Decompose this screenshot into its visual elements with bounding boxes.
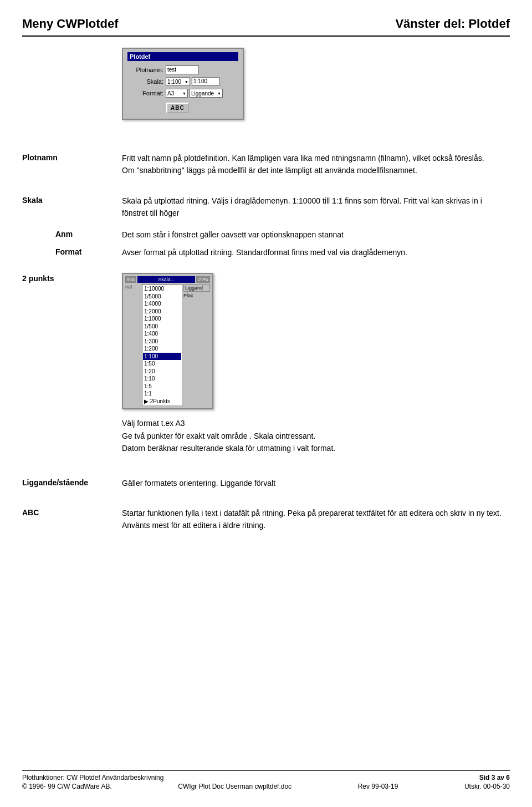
format-row: Format: A3 Liggande	[127, 89, 238, 98]
skala-section: Skala Skala på utplottad ritning. Väljs …	[22, 195, 510, 220]
scale-nat-col: nat	[125, 284, 141, 406]
abc-section: ABC Startar funktionen fylla i text i da…	[22, 507, 510, 532]
format-label: Format	[22, 246, 122, 258]
scale-item-10[interactable]: 1:10	[143, 375, 181, 383]
plotnamn-section-content: Fritt valt namn på plotdefinition. Kan l…	[122, 152, 510, 177]
skala-section-content: Skala på utplottad ritning. Väljs i drag…	[122, 195, 510, 220]
scale-col-header: Skala...	[137, 276, 195, 283]
scale-col-2pu: 2 Pu	[196, 276, 210, 283]
dialog-title: Plotdef	[127, 52, 238, 61]
plotnamn-section-label: Plotnamn	[22, 152, 122, 177]
skala-row: Skala: 1:100 1:100	[127, 77, 238, 86]
anm-content: Det som står i fönstret gäller oavsett v…	[122, 229, 510, 241]
scale-item-400[interactable]: 1:400	[143, 330, 181, 338]
footer-copyright: © 1996- 99 C/W CadWare AB.	[22, 783, 112, 790]
format-select[interactable]: A3	[166, 89, 188, 98]
abc-button[interactable]: ABC	[166, 103, 189, 113]
page: Meny CWPlotdef Vänster del: Plotdef Plot…	[0, 0, 532, 807]
scale-item-500[interactable]: 1/500	[143, 323, 181, 331]
scale-item-5000[interactable]: 1/5000	[143, 293, 181, 301]
two-punkts-label: 2 punkts	[22, 273, 122, 454]
two-punkts-section: 2 punkts ska Skala... 2 Pu nat 1:10000 1…	[22, 273, 510, 454]
scale-liggande: Liggand	[183, 284, 210, 292]
skala-select[interactable]: 1:100	[166, 77, 190, 86]
format-content: Avser format på utplottad ritning. Stand…	[122, 246, 510, 258]
footer-page: Sid 3 av 6	[479, 774, 510, 781]
two-punkts-content: ska Skala... 2 Pu nat 1:10000 1/5000 1:4…	[122, 273, 510, 454]
two-punkts-description: Välj format t.ex A3 Ge två punkter för e…	[122, 417, 510, 454]
scale-item-5[interactable]: 1:5	[143, 383, 181, 390]
abc-section-label: ABC	[22, 507, 122, 532]
plotdef-dialog: Plotdef Plotnamn: test Skala: 1:100 1:10…	[122, 48, 244, 120]
scale-dropdown-dialog: ska Skala... 2 Pu nat 1:10000 1/5000 1:4…	[122, 273, 213, 409]
footer-title: Plotfunktioner: CW Plotdef Användarbeskr…	[22, 774, 163, 781]
format-section: Format Avser format på utplottad ritning…	[22, 246, 510, 258]
skala-dialog-label: Skala:	[127, 78, 163, 85]
scale-plac: Plac	[183, 293, 210, 298]
scale-col-ska: ska	[125, 276, 136, 283]
plotnamn-row: Plotnamn: test	[127, 65, 238, 74]
abc-section-content: Startar funktionen fylla i text i datafä…	[122, 507, 510, 532]
anm-section: Anm Det som står i fönstret gäller oavse…	[22, 229, 510, 241]
scale-list: 1:10000 1/5000 1:4000 1:2000 1:1000 1/50…	[142, 284, 182, 406]
scale-item-10000[interactable]: 1:10000	[143, 285, 181, 293]
footer-rev: Rev 99-03-19	[358, 783, 398, 790]
liggande-section: Liggande/stående Gäller formatets orient…	[22, 477, 510, 489]
footer-doc: CWIgr Plot Doc Userman cwpltdef.doc	[178, 783, 291, 790]
footer: Plotfunktioner: CW Plotdef Användarbeskr…	[0, 770, 532, 790]
scale-item-2000[interactable]: 1:2000	[143, 308, 181, 316]
header-title-left: Meny CWPlotdef	[22, 17, 119, 31]
liggande-content: Gäller formatets orientering. Liggande f…	[122, 477, 510, 489]
scale-item-50[interactable]: 1:50	[143, 360, 181, 368]
plotnamn-label: Plotnamn:	[127, 67, 163, 73]
scale-item-1000[interactable]: 1:1000	[143, 315, 181, 323]
plotnamn-value: test	[166, 65, 199, 74]
scale-right-col: Liggand Plac	[183, 284, 210, 406]
scale-item-2punkts[interactable]: ▶ 2Punkts	[143, 398, 181, 405]
scale-item-200[interactable]: 1:200	[143, 345, 181, 353]
scale-nat-label: nat	[125, 284, 141, 290]
skala-section-label: Skala	[22, 195, 122, 220]
skala-input: 1:100	[192, 77, 219, 86]
format-dialog-label: Format:	[127, 90, 163, 97]
page-header: Meny CWPlotdef Vänster del: Plotdef	[22, 17, 510, 37]
plotnamn-section: Plotnamn Fritt valt namn på plotdefiniti…	[22, 152, 510, 177]
scale-item-20[interactable]: 1:20	[143, 368, 181, 375]
header-title-right: Vänster del: Plotdef	[395, 17, 510, 31]
scale-item-4000[interactable]: 1:4000	[143, 300, 181, 308]
scale-item-100[interactable]: 1:100	[143, 353, 181, 361]
scale-item-300[interactable]: 1:300	[143, 338, 181, 346]
scale-item-1[interactable]: 1:1	[143, 390, 181, 398]
orient-select[interactable]: Liggande	[190, 89, 223, 98]
anm-label: Anm	[22, 229, 122, 241]
footer-utskr: Utskr. 00-05-30	[464, 783, 510, 790]
liggande-label: Liggande/stående	[22, 477, 122, 489]
